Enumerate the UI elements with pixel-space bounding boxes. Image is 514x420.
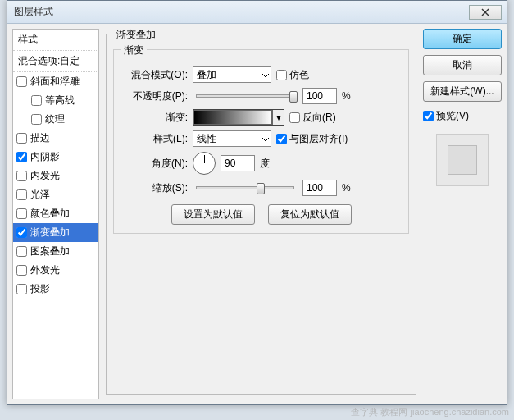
chevron-down-icon[interactable]: ▾ bbox=[272, 110, 284, 125]
window-title: 图层样式 bbox=[12, 5, 469, 19]
style-item-label: 图案叠加 bbox=[30, 244, 70, 258]
style-item-11[interactable]: 投影 bbox=[13, 280, 98, 299]
content-area: 样式 混合选项:自定 斜面和浮雕等高线纹理描边内阴影内发光光泽颜色叠加渐变叠加图… bbox=[7, 24, 507, 404]
style-checkbox[interactable] bbox=[31, 114, 42, 125]
style-item-label: 斜面和浮雕 bbox=[30, 75, 80, 89]
align-checkbox[interactable] bbox=[276, 134, 287, 144]
angle-label: 角度(N): bbox=[122, 157, 188, 171]
style-checkbox[interactable] bbox=[16, 133, 27, 144]
dialog-window: 图层样式 样式 混合选项:自定 斜面和浮雕等高线纹理描边内阴影内发光光泽颜色叠加… bbox=[7, 0, 507, 405]
style-item-0[interactable]: 斜面和浮雕 bbox=[13, 72, 98, 91]
style-item-6[interactable]: 光泽 bbox=[13, 185, 98, 204]
style-checkbox[interactable] bbox=[16, 189, 27, 200]
percent-label-2: % bbox=[342, 182, 351, 194]
style-item-3[interactable]: 描边 bbox=[13, 129, 98, 148]
style-item-8[interactable]: 渐变叠加 bbox=[13, 223, 98, 242]
style-item-label: 内阴影 bbox=[30, 150, 60, 164]
style-checkbox[interactable] bbox=[31, 95, 42, 106]
style-item-label: 颜色叠加 bbox=[30, 207, 70, 221]
preview-checkbox-wrap[interactable]: 预览(V) bbox=[423, 109, 502, 123]
style-checkbox[interactable] bbox=[16, 227, 27, 238]
titlebar: 图层样式 bbox=[7, 1, 507, 24]
reverse-label: 反向(R) bbox=[302, 111, 336, 125]
set-default-button[interactable]: 设置为默认值 bbox=[171, 204, 255, 225]
close-icon bbox=[481, 8, 489, 16]
scale-label: 缩放(S): bbox=[122, 181, 188, 195]
sidebar-subheader[interactable]: 混合选项:自定 bbox=[13, 51, 98, 72]
style-item-label: 投影 bbox=[30, 282, 50, 296]
inner-group-title: 渐变 bbox=[121, 43, 147, 57]
dither-checkbox[interactable] bbox=[276, 70, 287, 80]
ok-button[interactable]: 确定 bbox=[423, 29, 502, 49]
style-checkbox[interactable] bbox=[16, 76, 27, 87]
style-checkbox[interactable] bbox=[16, 265, 27, 276]
opacity-field[interactable] bbox=[302, 88, 337, 104]
sidebar-header[interactable]: 样式 bbox=[13, 30, 98, 51]
style-item-9[interactable]: 图案叠加 bbox=[13, 242, 98, 261]
style-item-1[interactable]: 等高线 bbox=[13, 91, 98, 110]
reset-default-button[interactable]: 复位为默认值 bbox=[268, 204, 352, 225]
style-checkbox[interactable] bbox=[16, 284, 27, 294]
style-select[interactable]: 线性 bbox=[193, 130, 271, 147]
align-label: 与图层对齐(I) bbox=[289, 132, 348, 146]
group-title: 渐变叠加 bbox=[113, 28, 159, 42]
style-item-5[interactable]: 内发光 bbox=[13, 167, 98, 185]
opacity-slider[interactable] bbox=[196, 94, 294, 98]
reverse-checkbox[interactable] bbox=[289, 112, 300, 123]
angle-dial[interactable] bbox=[193, 152, 216, 175]
right-panel: 确定 取消 新建样式(W)... 预览(V) bbox=[423, 29, 502, 399]
gradient-label: 渐变: bbox=[122, 111, 188, 125]
close-button[interactable] bbox=[469, 5, 502, 20]
style-item-label: 纹理 bbox=[45, 112, 65, 126]
style-item-label: 描边 bbox=[30, 131, 50, 145]
style-item-label: 外发光 bbox=[30, 263, 60, 277]
gradient-inner-group: 渐变 混合模式(O): 叠加 仿色 不透明度(P): % bbox=[113, 49, 409, 234]
dither-checkbox-wrap[interactable]: 仿色 bbox=[276, 68, 309, 82]
preview-swatch bbox=[436, 134, 489, 186]
preview-label: 预览(V) bbox=[436, 109, 469, 123]
opacity-label: 不透明度(P): bbox=[122, 89, 188, 103]
styles-sidebar: 样式 混合选项:自定 斜面和浮雕等高线纹理描边内阴影内发光光泽颜色叠加渐变叠加图… bbox=[12, 29, 99, 399]
style-checkbox[interactable] bbox=[16, 152, 27, 162]
reverse-checkbox-wrap[interactable]: 反向(R) bbox=[289, 111, 336, 125]
scale-slider[interactable] bbox=[196, 186, 294, 189]
blend-mode-label: 混合模式(O): bbox=[122, 68, 188, 82]
style-item-label: 渐变叠加 bbox=[30, 226, 70, 240]
style-item-label: 内发光 bbox=[30, 169, 60, 183]
new-style-button[interactable]: 新建样式(W)... bbox=[423, 81, 502, 102]
style-checkbox[interactable] bbox=[16, 208, 27, 219]
watermark-text: 查字典 教程网 jiaocheng.chazidian.com bbox=[351, 406, 509, 418]
style-label: 样式(L): bbox=[122, 132, 188, 146]
style-checkbox[interactable] bbox=[16, 246, 27, 257]
style-item-label: 光泽 bbox=[30, 188, 50, 202]
gradient-preview-icon bbox=[193, 110, 272, 125]
blend-mode-select[interactable]: 叠加 bbox=[193, 66, 271, 83]
style-checkbox[interactable] bbox=[16, 171, 27, 181]
angle-field[interactable] bbox=[221, 155, 255, 171]
preview-checkbox[interactable] bbox=[423, 111, 434, 121]
gradient-swatch[interactable]: ▾ bbox=[193, 109, 284, 126]
align-checkbox-wrap[interactable]: 与图层对齐(I) bbox=[276, 132, 348, 146]
style-item-10[interactable]: 外发光 bbox=[13, 261, 98, 280]
cancel-button[interactable]: 取消 bbox=[423, 55, 502, 75]
style-item-4[interactable]: 内阴影 bbox=[13, 148, 98, 167]
dither-label: 仿色 bbox=[289, 68, 309, 82]
percent-label: % bbox=[342, 90, 351, 102]
style-item-label: 等高线 bbox=[45, 94, 75, 107]
degree-label: 度 bbox=[260, 157, 270, 171]
preview-inner-icon bbox=[448, 145, 477, 175]
gradient-overlay-group: 渐变叠加 渐变 混合模式(O): 叠加 仿色 不透明度(P): bbox=[106, 34, 416, 395]
style-item-2[interactable]: 纹理 bbox=[13, 110, 98, 129]
main-panel: 渐变叠加 渐变 混合模式(O): 叠加 仿色 不透明度(P): bbox=[106, 29, 416, 399]
scale-field[interactable] bbox=[302, 180, 337, 196]
style-item-7[interactable]: 颜色叠加 bbox=[13, 204, 98, 223]
